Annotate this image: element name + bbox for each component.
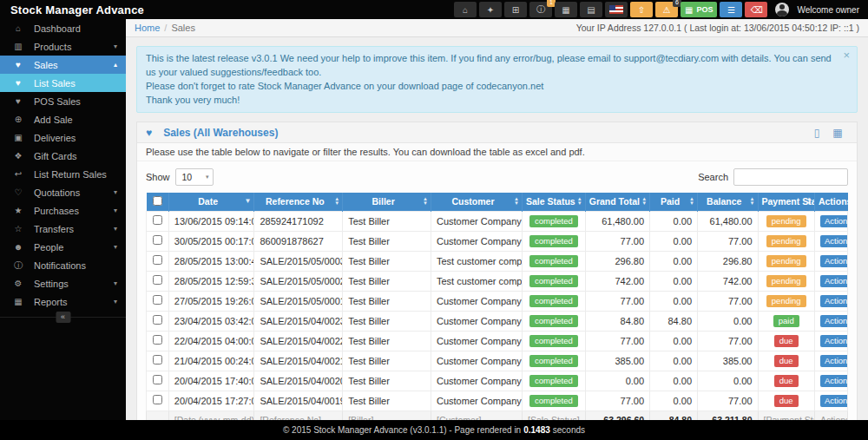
- column-header[interactable]: Payment Status: [758, 193, 814, 211]
- cell-reference: SALE/2015/05/0002: [254, 271, 343, 291]
- row-checkbox[interactable]: [153, 215, 162, 225]
- breadcrumb-home-link[interactable]: Home: [135, 23, 160, 33]
- column-header[interactable]: Sale Status: [523, 193, 586, 211]
- upload-icon: ⇧: [638, 5, 645, 15]
- sidebar-collapse-button[interactable]: «: [56, 312, 70, 323]
- column-header[interactable]: Biller: [343, 193, 431, 211]
- actions-button[interactable]: Actions▾: [820, 235, 848, 247]
- sidebar-item-settings[interactable]: ⚙ Settings ▾: [0, 274, 126, 292]
- row-checkbox[interactable]: [153, 255, 162, 265]
- column-header[interactable]: Balance: [698, 193, 758, 211]
- sidebar-item-purchases[interactable]: ★ Purchases ▾: [0, 201, 126, 220]
- alert-close-icon[interactable]: ×: [843, 49, 850, 62]
- render-time: 0.1483: [523, 425, 550, 435]
- search-input[interactable]: [733, 168, 848, 186]
- topbar-button-upload[interactable]: ⇧: [630, 2, 653, 17]
- row-checkbox[interactable]: [153, 235, 162, 245]
- plus-circle-icon: ⊕: [11, 115, 25, 124]
- row-checkbox[interactable]: [153, 375, 162, 384]
- topbar-button-calendar[interactable]: ▦: [555, 2, 577, 17]
- export-file-icon[interactable]: ▯: [806, 127, 827, 139]
- cell-select: [147, 231, 169, 251]
- column-header[interactable]: Reference No: [254, 193, 343, 211]
- show-entries-select[interactable]: 10 ▾: [175, 168, 214, 186]
- cell-reference: 860091878627: [254, 231, 343, 251]
- cell-actions: Actions▾: [814, 251, 847, 271]
- footer-date-filter[interactable]: [Date (yyyy-mm-dd)]: [168, 410, 254, 420]
- topbar-button-language[interactable]: [605, 2, 628, 17]
- column-header[interactable]: Actions: [814, 193, 847, 211]
- actions-button[interactable]: Actions▾: [820, 375, 848, 387]
- calendar-icon: ▦: [562, 5, 569, 15]
- sales-panel: ♥ Sales (All Warehouses) ▯ ▦ Please use …: [136, 121, 858, 420]
- actions-button[interactable]: Actions▾: [820, 295, 848, 307]
- sidebar-item-list-sales[interactable]: ♥ List Sales: [0, 74, 126, 92]
- sidebar-item-pos-sales[interactable]: ♥ POS Sales: [0, 92, 126, 110]
- sidebar-item-people[interactable]: ☻ People ▾: [0, 238, 126, 256]
- actions-button[interactable]: Actions▾: [820, 355, 848, 367]
- column-header[interactable]: Date: [168, 193, 254, 211]
- column-header[interactable]: Paid: [650, 193, 698, 211]
- sale-status-badge: completed: [529, 355, 578, 367]
- topbar-button-warnings[interactable]: ⚠ 6: [655, 2, 678, 17]
- actions-button[interactable]: Actions▾: [820, 315, 848, 327]
- sidebar-item-dashboard[interactable]: ⌂ Dashboard: [0, 19, 126, 37]
- topbar-button-home[interactable]: ⌂: [454, 2, 477, 17]
- sidebar-item-add-sale[interactable]: ⊕ Add Sale: [0, 110, 126, 128]
- sidebar-item-reports[interactable]: ▦ Reports ▾: [0, 292, 126, 311]
- footer-biller-filter[interactable]: [Biller]: [343, 410, 431, 420]
- payment-status-badge: due: [774, 355, 799, 367]
- table-columns-icon[interactable]: ▦: [827, 127, 848, 139]
- cell-balance: 385.00: [698, 351, 758, 371]
- cell-biller: Test Biller: [343, 351, 431, 371]
- sidebar-item-gift-cards[interactable]: ❖ Gift Cards: [0, 147, 126, 165]
- row-checkbox[interactable]: [153, 315, 162, 325]
- footer-payment-status-filter[interactable]: [Payment Status]: [758, 410, 814, 420]
- topbar-button-clear[interactable]: ⌫: [745, 2, 767, 17]
- topbar-button-list[interactable]: ☰: [720, 2, 742, 17]
- cell-grand-total: 0.00: [585, 371, 649, 391]
- column-header[interactable]: Grand Total: [585, 193, 649, 211]
- actions-button[interactable]: Actions▾: [820, 255, 848, 267]
- topbar-button-calculator[interactable]: ⊞: [504, 2, 527, 17]
- actions-button[interactable]: Actions▾: [820, 335, 848, 347]
- column-header[interactable]: Customer: [431, 193, 523, 211]
- table-row: 22/04/2015 04:00:00 SALE/2015/04/0022 Te…: [147, 331, 848, 351]
- row-checkbox[interactable]: [153, 355, 162, 364]
- sidebar-item-quotations[interactable]: ♡ Quotations ▾: [0, 183, 126, 201]
- sort-icon: [750, 197, 755, 206]
- actions-button[interactable]: Actions▾: [820, 215, 848, 227]
- actions-button[interactable]: Actions▾: [820, 275, 848, 287]
- row-checkbox[interactable]: [153, 395, 162, 404]
- cell-date: 22/04/2015 04:00:00: [168, 331, 254, 351]
- row-checkbox[interactable]: [153, 335, 162, 345]
- footer-sale-status-filter[interactable]: [Sale Status]: [523, 410, 586, 420]
- cell-date: 13/06/2015 09:14:00: [168, 211, 254, 231]
- breadcrumb: Home / Sales Your IP Address 127.0.0.1 (…: [126, 19, 868, 37]
- actions-button[interactable]: Actions▾: [820, 395, 848, 407]
- warning-icon: ⚠: [663, 5, 671, 15]
- cell-paid: 0.00: [650, 371, 698, 391]
- cell-biller: Test Biller: [343, 311, 431, 331]
- select-all-checkbox[interactable]: [153, 196, 162, 206]
- welcome-text[interactable]: Welcome owner: [797, 5, 859, 15]
- sidebar-item-list-return-sales[interactable]: ↩ List Return Sales: [0, 165, 126, 183]
- topbar-button-connections[interactable]: ✦: [479, 2, 502, 17]
- sidebar-item-sales[interactable]: ♥ Sales ▴: [0, 56, 126, 74]
- cell-balance: 77.00: [698, 291, 758, 311]
- sidebar-item-transfers[interactable]: ☆ Transfers ▾: [0, 220, 126, 238]
- footer-customer-filter[interactable]: [Customer]: [431, 410, 523, 420]
- row-checkbox[interactable]: [153, 295, 162, 305]
- topbar-button-info[interactable]: ⓘ 1: [529, 2, 552, 17]
- topbar-button-pos[interactable]: ▦ POS: [681, 2, 717, 17]
- footer-reference-filter[interactable]: [Reference No]: [254, 410, 343, 420]
- sidebar-item-notifications[interactable]: ⓘ Notifications: [0, 256, 126, 274]
- row-checkbox[interactable]: [153, 275, 162, 285]
- sidebar-item-products[interactable]: ▥ Products ▾: [0, 37, 126, 56]
- sidebar-item-deliveries[interactable]: ▣ Deliveries: [0, 128, 126, 147]
- topbar-button-documents[interactable]: ▤: [580, 2, 602, 17]
- user-avatar[interactable]: [775, 3, 789, 16]
- table-row: 21/04/2015 00:24:00 SALE/2015/04/0021 Te…: [147, 351, 848, 371]
- sort-icon: [689, 197, 694, 206]
- cell-balance: 77.00: [698, 391, 758, 410]
